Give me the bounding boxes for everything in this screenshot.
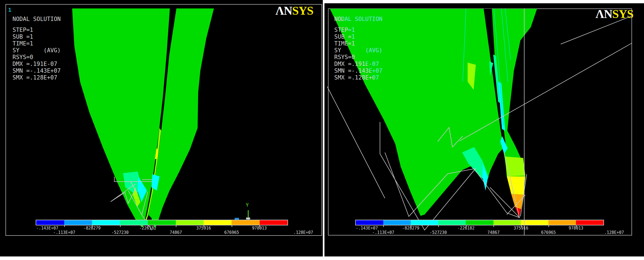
legend-tick	[120, 225, 121, 227]
left-legend-bar	[36, 220, 287, 225]
legend-tick	[383, 225, 384, 227]
legend-seg-1	[356, 220, 383, 225]
legend-label: 74867	[170, 230, 182, 235]
right-ansys-logo: ΛNSYS	[596, 7, 633, 21]
ansys-logo-sys: SYS	[292, 4, 313, 17]
legend-label-max: .128E+07	[293, 230, 313, 235]
ansys-logo-an: ΛN	[275, 4, 292, 17]
legend-label: -226182	[457, 226, 474, 231]
legend-label: -527230	[111, 230, 128, 235]
left-annotation-step: STEP=1	[13, 27, 127, 33]
legend-seg-9	[260, 220, 288, 225]
legend-seg-2	[383, 220, 411, 225]
left-annotation-sy: SY (AVG)	[13, 47, 127, 54]
legend-seg-7	[204, 220, 232, 225]
legend-tick	[493, 225, 494, 227]
legend-label: 978013	[252, 226, 267, 231]
left-window-number: 1	[8, 7, 11, 13]
legend-label: -828279	[402, 226, 419, 231]
legend-tick	[438, 225, 439, 227]
ansys-dual-screenshot: 1 NODAL SOLUTION STEP=1 SUB =1 TIME=1 SY…	[0, 0, 644, 260]
legend-label: 375916	[196, 226, 211, 231]
right-xor-step: STEP=1	[334, 27, 449, 33]
legend-label: 676965	[541, 230, 556, 235]
legend-tick	[232, 225, 232, 227]
legend-seg-3	[411, 220, 438, 225]
right-annotation-title-xor: NODAL SOLUTION	[334, 16, 449, 23]
legend-label: 676965	[224, 230, 239, 235]
legend-seg-6	[493, 220, 521, 225]
left-annotation-sub: SUB =1	[13, 33, 127, 40]
ansys-logo-sys-2: SYS	[612, 7, 633, 21]
legend-tick	[64, 225, 65, 227]
legend-tick	[548, 225, 549, 227]
triad-y-label: Y	[246, 202, 249, 208]
legend-seg-5	[148, 220, 176, 225]
left-annotation-time: TIME=1	[13, 40, 127, 47]
left-annotation-rsys: RSYS=0	[13, 54, 127, 61]
right-window-vertical-line	[524, 8, 525, 235]
legend-label: 978013	[569, 226, 583, 231]
legend-seg-2	[64, 220, 92, 225]
left-annotation-block: NODAL SOLUTION STEP=1 SUB =1 TIME=1 SY (…	[13, 16, 127, 81]
legend-label: -828279	[83, 226, 100, 231]
left-annotation-smx: SMX =.128E+07	[13, 74, 127, 81]
legend-seg-8	[232, 220, 260, 225]
left-annotation-smn: SMN =-.143E+07	[13, 68, 127, 74]
legend-seg-8	[548, 220, 576, 225]
legend-label-max: .128E+07	[604, 230, 624, 235]
left-annotation-dmx: DMX =.191E-07	[13, 61, 127, 68]
legend-seg-4	[120, 220, 148, 225]
ansys-logo-an-2: ΛN	[596, 7, 612, 21]
legend-seg-5	[466, 220, 493, 225]
left-ansys-logo: ΛNSYS	[275, 4, 313, 18]
legend-tick	[176, 225, 176, 227]
legend-label: -527230	[430, 230, 447, 235]
left-annotation-title: NODAL SOLUTION	[13, 16, 127, 23]
legend-seg-7	[521, 220, 548, 225]
legend-seg-1	[36, 220, 64, 225]
legend-seg-9	[576, 220, 603, 225]
right-legend-bar	[356, 220, 603, 225]
legend-label: 375916	[514, 226, 528, 231]
legend-label: 74867	[487, 230, 499, 235]
legend-seg-6	[176, 220, 204, 225]
legend-seg-4	[438, 220, 466, 225]
legend-label: -226182	[139, 226, 156, 231]
legend-label: -.113E+07	[372, 230, 394, 235]
legend-label: -.113E+07	[53, 230, 75, 235]
legend-seg-3	[92, 220, 120, 225]
